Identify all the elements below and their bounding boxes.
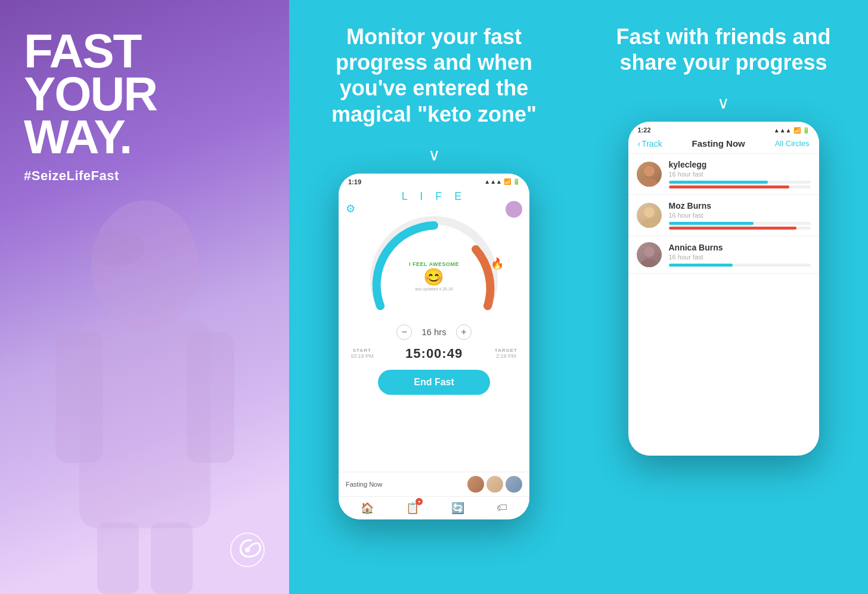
friend-3-fast: 16 hour fast: [669, 253, 811, 261]
timer-display: 15:00:49: [405, 346, 463, 361]
circles-button[interactable]: All Circles: [775, 139, 810, 148]
friend-2-progress-orange: [669, 227, 796, 230]
svg-point-15: [641, 259, 658, 267]
nav-badge: ●: [416, 498, 423, 505]
svg-point-14: [644, 246, 655, 257]
bottom-nav-list[interactable]: 📋 ●: [406, 502, 419, 515]
back-chevron-icon: ‹: [638, 139, 641, 148]
time-row: START 10:19 PM 15:00:49 TARGET 2:19 PM: [351, 346, 517, 361]
tagline: #SeizeLifeFast: [24, 168, 265, 184]
start-time-block: START 10:19 PM: [351, 348, 374, 359]
friend-3-info: Annica Burns 16 hour fast: [669, 243, 811, 267]
smiley-icon: 😊: [409, 267, 459, 287]
friend-1-progress-orange: [669, 185, 789, 188]
fasting-avatar-3: [506, 476, 522, 493]
svg-rect-5: [97, 522, 139, 594]
friend-1-progress-wrap-2: [669, 185, 811, 188]
hrs-plus-btn[interactable]: +: [456, 324, 472, 340]
friend-avatar-1: [637, 162, 662, 187]
friend-1-name: kyleclegg: [669, 160, 811, 169]
person-silhouette: [20, 177, 270, 594]
back-button[interactable]: ‹ Track: [638, 139, 662, 148]
hrs-control: − 16 hrs +: [396, 324, 472, 340]
svg-point-8: [245, 547, 250, 552]
bottom-nav-share[interactable]: 🔄: [451, 502, 464, 515]
friend-item: Moz Burns 16 hour fast: [628, 195, 819, 236]
fasting-avatars: [467, 476, 522, 493]
bottom-nav-home[interactable]: 🏠: [361, 502, 374, 515]
friend-1-fast: 16 hour fast: [669, 171, 811, 178]
status-time: 1:19: [348, 178, 361, 185]
rphone-nav: ‹ Track Fasting Now All Circles: [628, 136, 819, 154]
target-time-block: TARGET 2:19 PM: [495, 348, 517, 359]
fasting-now-label: Fasting Now: [346, 481, 382, 488]
friend-2-fast: 16 hour fast: [669, 212, 811, 219]
headline-line3: WAY.: [24, 116, 265, 159]
feel-awesome-label: I FEEL AWESOME: [409, 261, 459, 267]
phone-mockup-middle: 1:19 ▲▲▲ 📶 🔋 ⚙ L I F E: [339, 174, 529, 519]
svg-point-0: [91, 200, 199, 332]
back-label: Track: [641, 139, 662, 148]
svg-rect-3: [55, 332, 103, 463]
phone-mockup-right: 1:22 ▲▲▲ 📶 🔋 ‹ Track Fasting Now All Cir…: [628, 122, 819, 456]
svg-rect-4: [187, 332, 234, 463]
svg-text:🔥: 🔥: [491, 257, 504, 270]
svg-point-13: [641, 219, 658, 228]
friend-2-info: Moz Burns 16 hour fast: [669, 201, 811, 230]
panel-right: Fast with friends and share your progres…: [579, 0, 868, 594]
gauge-label: I FEEL AWESOME 😊 last updated 4.26.18: [409, 261, 459, 291]
target-label: TARGET: [495, 348, 517, 353]
fasting-avatar-2: [486, 476, 503, 493]
panel-middle-header: Monitor your fast progress and when you'…: [289, 0, 579, 139]
hrs-minus-btn[interactable]: −: [396, 324, 412, 340]
headline-line1: FAST: [24, 30, 265, 73]
headline-line2: YOUR: [24, 73, 265, 116]
rphone-status-icons: ▲▲▲ 📶 🔋: [774, 126, 810, 134]
friend-item: kyleclegg 16 hour fast: [628, 154, 819, 195]
app-logo: [230, 532, 265, 568]
fasting-now-row: Fasting Now: [339, 472, 529, 496]
friend-1-info: kyleclegg 16 hour fast: [669, 160, 811, 188]
panel-right-title: Fast with friends and share your progres…: [609, 24, 838, 75]
phone-status-bar: 1:19 ▲▲▲ 📶 🔋: [339, 174, 529, 188]
panel-left: FAST YOUR WAY. #SeizeLifeFast: [0, 0, 289, 594]
friends-list: kyleclegg 16 hour fast: [628, 154, 819, 274]
friend-item: Annica Burns 16 hour fast: [628, 236, 819, 274]
bottom-nav-bookmark[interactable]: 🏷: [497, 502, 507, 514]
svg-rect-6: [151, 522, 193, 594]
life-logo: L I F E: [402, 190, 466, 203]
target-time: 2:19 PM: [495, 353, 517, 359]
svg-point-11: [641, 178, 658, 187]
friend-3-progress-wrap: [669, 264, 811, 267]
gear-icon[interactable]: ⚙: [346, 202, 355, 215]
last-updated-label: last updated 4.26.18: [409, 287, 459, 291]
user-avatar-top[interactable]: [506, 201, 522, 218]
friend-2-progress-wrap-2: [669, 227, 811, 230]
svg-point-1: [85, 230, 145, 266]
nav-title: Fasting Now: [692, 138, 745, 148]
friend-3-name: Annica Burns: [669, 243, 811, 252]
gauge-svg-wrap: 🔥 I FEEL AWESOME 😊 last updated 4.26.18: [362, 214, 506, 321]
friend-2-name: Moz Burns: [669, 201, 811, 211]
chevron-down-right-icon: ∨: [717, 93, 730, 113]
start-label: START: [351, 348, 374, 353]
headline: FAST YOUR WAY.: [24, 30, 265, 159]
phone-bottom-nav: 🏠 📋 ● 🔄 🏷: [339, 496, 529, 519]
logo-bottom: [230, 532, 265, 570]
rphone-status-bar: 1:22 ▲▲▲ 📶 🔋: [628, 122, 819, 136]
panel-middle-title: Monitor your fast progress and when you'…: [319, 24, 549, 127]
friend-avatar-3: [637, 242, 662, 267]
rphone-status-time: 1:22: [638, 126, 651, 134]
friend-3-progress-blue: [669, 264, 733, 267]
phone-nav: ⚙ L I F E: [339, 188, 529, 208]
chevron-down-icon: ∨: [428, 145, 441, 165]
svg-point-12: [644, 207, 655, 218]
fasting-avatar-1: [467, 476, 484, 493]
svg-point-10: [644, 166, 655, 177]
panel-right-header: Fast with friends and share your progres…: [579, 0, 868, 87]
status-icons: ▲▲▲ 📶 🔋: [484, 178, 520, 185]
panel-left-content: FAST YOUR WAY. #SeizeLifeFast: [24, 30, 265, 184]
end-fast-button[interactable]: End Fast: [378, 370, 490, 395]
friend-avatar-2: [637, 203, 662, 228]
panel-middle: Monitor your fast progress and when you'…: [289, 0, 579, 594]
